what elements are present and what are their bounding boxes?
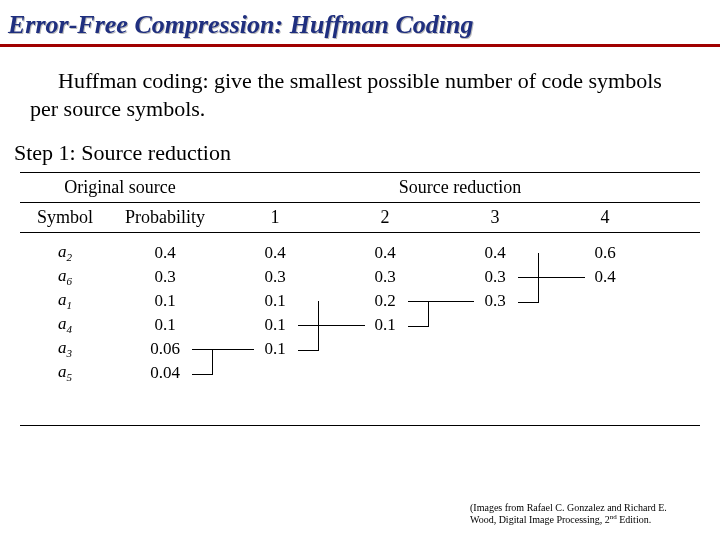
r1-cell: 0.3 [220,267,330,287]
slide-title: Error-Free Compression: Huffman Coding [0,0,720,47]
tail-2 [428,301,474,302]
tail-1a [318,325,327,349]
r3-cell: 0.4 [440,243,550,263]
table-row: a50.04 [20,361,700,385]
src-red-header: Source reduction [220,173,700,202]
credit-line2a: Wood, Digital Image Processing, 2 [470,515,610,526]
bracket-1 [298,325,319,351]
r2-cell: 0.3 [330,267,440,287]
sym-sub: 2 [67,252,73,264]
tail-3 [538,253,585,278]
symbol-cell: a2 [20,242,110,263]
credit-line2b: Edition. [617,515,651,526]
tail-1 [318,301,365,326]
prob-header: Probability [110,203,220,232]
red-col-1: 1 [220,203,330,232]
sym-sub: 3 [67,348,73,360]
sym-sub: 5 [67,372,73,384]
step-label: Step 1: Source reduction [0,132,720,172]
symbol-cell: a6 [20,266,110,287]
tail-0 [212,349,254,350]
sym-letter: a [58,314,67,333]
red-col-2: 2 [330,203,440,232]
symbol-cell: a5 [20,362,110,383]
r1-cell: 0.4 [220,243,330,263]
sym-letter: a [58,338,67,357]
reduction-table: Original source Source reduction Symbol … [20,172,700,426]
sym-sub: 1 [67,300,73,312]
r2-cell: 0.4 [330,243,440,263]
bracket-2 [408,301,429,327]
prob-cell: 0.3 [110,267,220,287]
prob-cell: 0.4 [110,243,220,263]
credit-line1: (Images from Rafael C. Gonzalez and Rich… [470,502,667,513]
table-row: a30.060.1 [20,337,700,361]
bracket-0 [192,349,213,375]
symbol-cell: a3 [20,338,110,359]
symbol-cell: a4 [20,314,110,335]
sym-letter: a [58,266,67,285]
bracket-3 [518,277,539,303]
symbol-cell: a1 [20,290,110,311]
sym-sub: 6 [67,276,73,288]
orig-src-header: Original source [20,173,220,202]
sym-letter: a [58,362,67,381]
sym-sub: 4 [67,324,73,336]
table-row: a60.30.30.30.30.4 [20,265,700,289]
prob-cell: 0.1 [110,315,220,335]
image-credit: (Images from Rafael C. Gonzalez and Rich… [470,502,700,526]
symbol-header: Symbol [20,203,110,232]
sym-letter: a [58,290,67,309]
red-col-3: 3 [440,203,550,232]
credit-sup: nd [610,513,617,521]
prob-cell: 0.1 [110,291,220,311]
table-row: a20.40.40.40.40.6 [20,241,700,265]
red-col-4: 4 [550,203,660,232]
intro-paragraph: Huffman coding: give the smallest possib… [0,61,720,132]
r1-cell: 0.1 [220,291,330,311]
sym-letter: a [58,242,67,261]
